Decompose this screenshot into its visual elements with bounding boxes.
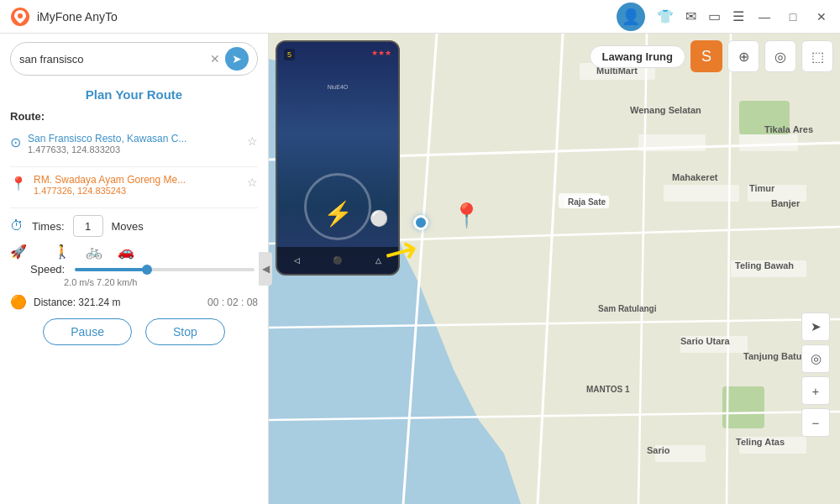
waypoint-1-name: San Fransisco Resto, Kawasan C... [28, 133, 240, 144]
waypoint-1-text: San Fransisco Resto, Kawasan C... 1.4776… [28, 133, 240, 155]
svg-rect-18 [664, 185, 739, 202]
svg-rect-17 [739, 134, 798, 151]
maximize-button[interactable]: □ [785, 10, 801, 24]
menu-icon[interactable]: ☰ [732, 8, 744, 24]
speed-label: Speed: [30, 263, 65, 276]
clear-search-button[interactable]: ✕ [210, 52, 220, 66]
mail-icon[interactable]: ✉ [685, 8, 696, 24]
shirt-icon[interactable]: 👕 [657, 8, 674, 24]
pikachu-character: ⚡ [323, 200, 353, 228]
label-sario: Sario [647, 445, 670, 455]
action-buttons: Pause Stop [10, 318, 258, 345]
destination-pin: 📍 [452, 202, 481, 229]
divider-1 [10, 166, 258, 167]
speed-value: 2.0 m/s 7.20 km/h [64, 277, 258, 287]
game-username: NiuE4O [328, 84, 349, 90]
speed-icons: 🚶 🚲 🚗 [54, 244, 134, 260]
speed-section-icon: 🚀 [10, 244, 27, 260]
label-banjer: Banjer [771, 198, 800, 208]
main-area: ✕ ➤ Plan Your Route Route: ⊙ San Fransis… [0, 34, 840, 504]
label-timur: Timur [749, 183, 774, 193]
distance-row: 🟠 Distance: 321.24 m 00 : 02 : 08 [10, 294, 258, 310]
distance-text: Distance: 321.24 m [34, 297, 201, 308]
game-nav-1: ◁ [294, 256, 300, 265]
game-level: 5 [284, 49, 295, 60]
zoom-in-button[interactable]: + [801, 376, 830, 405]
game-pokeball: ⚫ [333, 256, 342, 265]
label-teling-atas: Teling Atas [736, 437, 785, 447]
waypoint-2-icon: 📍 [10, 176, 27, 192]
svg-point-1 [18, 13, 23, 18]
target-button[interactable]: ◎ [801, 344, 830, 373]
titlebar-left: iMyFone AnyTo [10, 7, 118, 27]
distance-icon: 🟠 [10, 294, 27, 310]
titlebar-right: 👤 👕 ✉ ▭ ☰ — □ ✕ [617, 3, 830, 31]
times-label: Times: [32, 220, 65, 233]
collapse-panel-button[interactable]: ◀ [259, 252, 272, 286]
map-controls: ➤ ◎ + − [801, 312, 830, 437]
current-position-dot [413, 215, 428, 230]
label-mantos: MANTOS 1 [586, 385, 630, 394]
waypoint-2-coords: 1.477326, 124.835243 [34, 186, 240, 196]
map-area[interactable]: MultiMart Wenang Selatan Tikala Ares Mah… [269, 34, 840, 504]
map-tool-location[interactable]: ◎ [764, 40, 796, 72]
speed-slider-fill [75, 268, 147, 271]
elapsed-time: 00 : 02 : 08 [207, 297, 258, 308]
label-raja-sate: Raja Sate [564, 196, 609, 208]
minimize-button[interactable]: — [756, 10, 773, 24]
speed-icons-row: 🚀 🚶 🚲 🚗 [10, 244, 258, 260]
left-panel: ✕ ➤ Plan Your Route Route: ⊙ San Fransis… [0, 34, 269, 504]
pause-button[interactable]: Pause [43, 318, 132, 345]
waypoint-1-coords: 1.477633, 124.833203 [28, 144, 240, 155]
mode-button[interactable]: S [690, 40, 722, 72]
map-tool-device[interactable]: ⬚ [801, 40, 833, 72]
close-button[interactable]: ✕ [813, 10, 830, 24]
search-input[interactable] [19, 53, 210, 66]
car-icon[interactable]: 🚗 [118, 244, 134, 260]
map-tool-route[interactable]: ⊕ [727, 40, 759, 72]
divider-2 [10, 207, 258, 208]
waypoint-1-star[interactable]: ☆ [247, 134, 258, 148]
titlebar: iMyFone AnyTo 👤 👕 ✉ ▭ ☰ — □ ✕ [0, 0, 840, 34]
speed-slider-track[interactable] [75, 268, 255, 271]
bike-icon[interactable]: 🚲 [86, 244, 102, 260]
moves-label: Moves [112, 220, 144, 233]
label-wenang: Wenang Selatan [630, 105, 701, 115]
route-item-1: ⊙ San Fransisco Resto, Kawasan C... 1.47… [10, 129, 258, 158]
times-row: ⏱ Times: 1 Moves [10, 215, 258, 237]
app-logo [10, 7, 30, 27]
label-tanjung: Tanjung Batu [743, 351, 801, 361]
phone-screen: ★★★ 5 NiuE4O ⚡ ⚪ ◁ ⚫ △ [277, 42, 398, 274]
mode-icon: S [701, 48, 711, 66]
navigate-button[interactable]: ➤ [801, 312, 830, 341]
search-bar: ✕ ➤ [10, 42, 258, 76]
zoom-out-button[interactable]: − [801, 408, 830, 437]
location-badge: Lawang Irung [590, 45, 686, 68]
route-label: Route: [10, 110, 258, 123]
svg-rect-16 [638, 134, 706, 151]
avatar-button[interactable]: 👤 [617, 3, 645, 31]
times-value[interactable]: 1 [73, 215, 103, 237]
waypoint-2-name: RM. Swadaya Ayam Goreng Me... [34, 174, 240, 186]
speed-slider-thumb[interactable] [142, 265, 152, 275]
app-title: iMyFone AnyTo [37, 10, 118, 24]
label-sario-utara: Sario Utara [680, 336, 730, 346]
search-go-button[interactable]: ➤ [225, 47, 249, 71]
svg-rect-6 [722, 386, 764, 428]
plan-section: Plan Your Route Route: ⊙ San Fransisco R… [0, 81, 268, 504]
label-tikala: Tikala Ares [764, 124, 813, 134]
waypoint-2-text: RM. Swadaya Ayam Goreng Me... 1.477326, … [34, 174, 240, 196]
waypoint-2-star[interactable]: ☆ [247, 176, 258, 189]
route-item-2: 📍 RM. Swadaya Ayam Goreng Me... 1.477326… [10, 171, 258, 199]
plan-title: Plan Your Route [10, 87, 258, 102]
timer-icon: ⏱ [10, 218, 24, 234]
label-teling: Teling Bawah [735, 260, 794, 270]
phone-overlay: ★★★ 5 NiuE4O ⚡ ⚪ ◁ ⚫ △ [276, 40, 400, 276]
speed-slider-row: Speed: [30, 263, 258, 276]
walk-icon[interactable]: 🚶 [54, 244, 71, 260]
waypoint-1-icon: ⊙ [10, 134, 21, 150]
label-mahakeret: Mahakeret [672, 172, 717, 182]
stop-button[interactable]: Stop [145, 318, 225, 345]
label-sam-rat: Sam Ratulangi [598, 304, 656, 313]
chat-icon[interactable]: ▭ [708, 8, 721, 24]
